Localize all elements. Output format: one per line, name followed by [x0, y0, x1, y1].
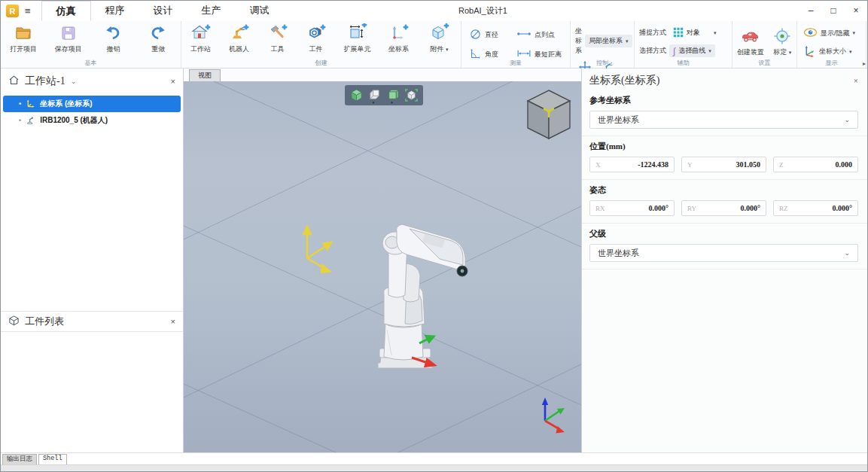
coordinate-frame-plus-icon — [389, 23, 409, 43]
scene-3d — [184, 81, 581, 454]
navigation-cube[interactable] — [524, 86, 574, 143]
posture-label: 姿态 — [589, 184, 858, 196]
viewport: 视图 — [184, 69, 581, 452]
diameter-icon — [469, 28, 482, 42]
redo-arrow-icon — [148, 23, 168, 43]
viewport-canvas[interactable]: ▾ ▾ — [184, 81, 581, 454]
parent-section: 父级 世界坐标系 ⌄ — [582, 224, 867, 269]
tab-production[interactable]: 生产 — [187, 1, 236, 21]
position-x-field[interactable]: X -1224.438 — [589, 157, 675, 172]
hammer-plus-icon — [268, 23, 288, 43]
extension-unit-plus-icon — [348, 23, 367, 43]
ribbon-group-settings: 创建装置 标定 ▾ 设置 — [732, 21, 797, 68]
robot-tree-icon — [26, 115, 35, 126]
app-window: R ≡ 仿真 程序 设计 生产 调试 RobAI_设计1 – □ × 打开项目 — [0, 0, 868, 472]
tab-program[interactable]: 程序 — [91, 1, 139, 21]
view-isometric-button[interactable] — [348, 87, 364, 104]
position-y-field[interactable]: Y 301.050 — [681, 157, 766, 172]
output-log-tab[interactable]: 输出日志 — [2, 454, 37, 465]
position-label: 位置(mm) — [589, 141, 858, 152]
tab-design[interactable]: 设计 — [139, 1, 187, 21]
axes-icon — [803, 44, 816, 59]
measure-diameter-button[interactable]: 直径 — [469, 28, 516, 42]
calibrate-dropdown-icon[interactable]: ▾ — [789, 50, 792, 55]
ribbon-group-assist: 捕捉方式 对象 ▾ 选择方式 ∫ 选择曲线 ▾ 辅助 — [635, 21, 732, 68]
window-title: RobAI_设计1 — [458, 5, 507, 17]
position-z-field[interactable]: Z 0.000 — [773, 157, 858, 172]
select-mode-label: 选择方式 — [639, 46, 666, 56]
reference-frame-select[interactable]: 世界坐标系 ⌄ — [589, 111, 858, 129]
chevron-down-icon: ⌄ — [844, 249, 850, 257]
chevron-down-icon: ▾ — [853, 30, 856, 36]
reference-frame-section: 参考坐标系 世界坐标系 ⌄ — [582, 90, 867, 136]
snap-grid-icon — [673, 27, 684, 39]
selected-frame-triad[interactable] — [304, 227, 332, 273]
chevron-down-icon: ▾ — [849, 49, 852, 55]
workpiece-list-close-icon[interactable]: × — [171, 317, 175, 326]
view-side-dropdown-icon[interactable]: ▾ — [391, 100, 393, 105]
status-strip — [1, 464, 867, 471]
coord-size-button[interactable]: 坐标大小 ▾ — [803, 44, 866, 59]
tab-debug[interactable]: 调试 — [236, 1, 284, 21]
properties-panel: 坐标系(坐标系) × 参考坐标系 世界坐标系 ⌄ 位置(mm) X -1224.… — [581, 69, 867, 452]
workstation-panel-close-icon[interactable]: × — [171, 77, 175, 86]
robot-model[interactable] — [378, 224, 468, 368]
posture-ry-field[interactable]: RY 0.000° — [681, 200, 766, 216]
select-mode-select[interactable]: ∫ 选择曲线 ▾ — [669, 44, 715, 57]
maximize-button[interactable]: □ — [822, 1, 845, 21]
cube-plus-icon — [430, 23, 449, 43]
properties-close-icon[interactable]: × — [854, 76, 858, 85]
view-front-dropdown-icon[interactable]: ▾ — [373, 100, 375, 105]
point-to-point-icon — [516, 29, 531, 40]
view-front-button[interactable]: ▾ — [367, 87, 383, 104]
home-icon — [8, 75, 20, 89]
car-icon — [741, 26, 760, 46]
view-fit-button[interactable] — [404, 87, 420, 104]
viewport-tab-view[interactable]: 视图 — [189, 69, 221, 81]
minimize-button[interactable]: – — [799, 1, 822, 21]
workstation-panel-header: 工作站-1 ⌄ × — [1, 69, 183, 94]
ribbon-group-create: 工作站 机器人 工具 工件 — [181, 21, 461, 68]
bottom-bar: 输出日志 Shell — [1, 452, 867, 471]
workpiece-list-header: 工件列表 × — [1, 311, 183, 332]
properties-title: 坐标系(坐标系) — [589, 74, 659, 87]
chevron-down-icon: ▾ — [626, 38, 629, 44]
title-bar: R ≡ 仿真 程序 设计 生产 调试 RobAI_设计1 – □ × — [1, 1, 867, 21]
ribbon-expand-icon[interactable]: ▸ — [863, 60, 866, 67]
chevron-down-icon: ▾ — [708, 48, 711, 54]
hamburger-menu-icon[interactable]: ≡ — [25, 5, 31, 17]
view-side-button[interactable]: ▾ — [385, 87, 401, 104]
close-button[interactable]: × — [845, 1, 867, 21]
view-toolbar: ▾ ▾ — [345, 85, 423, 105]
curve-integral-icon: ∫ — [673, 46, 675, 56]
chevron-down-icon: ⌄ — [844, 116, 850, 123]
posture-rx-field[interactable]: RX 0.000° — [589, 200, 675, 216]
shell-tab[interactable]: Shell — [38, 454, 67, 465]
eye-icon — [803, 27, 818, 39]
ribbon-group-display: 显示/隐藏 ▾ 坐标大小 ▾ 显示 — [797, 21, 866, 68]
attachment-dropdown-icon[interactable]: ▾ — [446, 47, 449, 52]
workstation-dropdown-icon[interactable]: ⌄ — [71, 78, 77, 85]
parent-select[interactable]: 世界坐标系 ⌄ — [589, 244, 858, 262]
hexagon-nut-plus-icon — [306, 23, 326, 43]
tree-bullet: • — [19, 117, 21, 124]
workstation-title: 工作站-1 — [25, 75, 65, 88]
scene-tree: • 坐标系 (坐标系) • IRB1200_5 (机器人) — [1, 94, 183, 129]
coordinate-system-select[interactable]: 局部坐标系 ▾ — [585, 35, 632, 47]
undo-arrow-icon — [103, 23, 123, 43]
tab-simulation[interactable]: 仿真 — [41, 1, 91, 21]
snap-mode-select[interactable]: 对象 ▾ — [669, 26, 720, 39]
app-logo-icon[interactable]: R — [6, 5, 19, 17]
target-icon — [772, 26, 792, 46]
tree-item-robot[interactable]: • IRB1200_5 (机器人) — [1, 112, 183, 129]
cube-outline-icon — [8, 315, 20, 329]
viewport-tab-strip: 视图 — [184, 69, 581, 81]
posture-rz-field[interactable]: RZ 0.000° — [773, 200, 858, 216]
floppy-disk-icon — [59, 23, 78, 43]
snap-mode-label: 捕捉方式 — [639, 28, 666, 38]
show-hide-button[interactable]: 显示/隐藏 ▾ — [803, 27, 866, 39]
tree-item-frame[interactable]: • 坐标系 (坐标系) — [3, 96, 181, 112]
coordinate-system-label: 坐标系 — [575, 26, 582, 56]
folder-icon — [14, 23, 33, 43]
measure-point-to-point-button[interactable]: 点到点 — [516, 29, 564, 40]
